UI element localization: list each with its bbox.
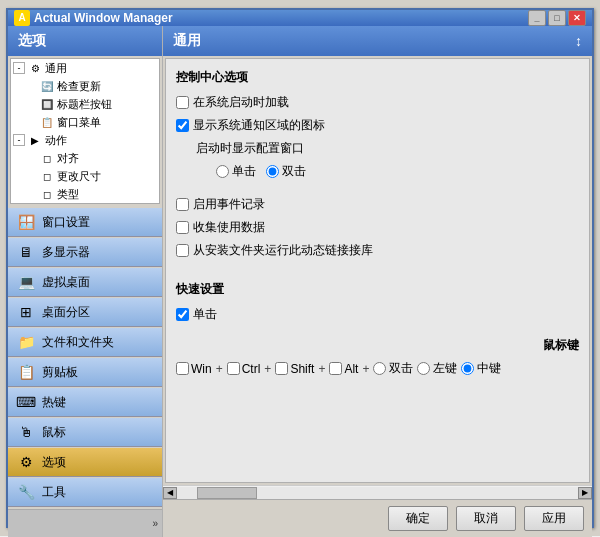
minimize-button[interactable]: _ [528, 10, 546, 26]
nav-item-mouse[interactable]: 🖱 鼠标 [8, 418, 162, 447]
files-folders-icon: 📁 [16, 332, 36, 352]
show-tray-icon-checkbox[interactable] [176, 119, 189, 132]
nav-item-clipboard[interactable]: 📋 剪贴板 [8, 358, 162, 387]
win-label: Win [191, 362, 212, 376]
plus-sep-4: + [362, 362, 369, 376]
startup-load-checkbox[interactable] [176, 96, 189, 109]
window-settings-icon: 🪟 [16, 212, 36, 232]
tree-item-titlebar[interactable]: 🔲 标题栏按钮 [11, 95, 159, 113]
sidebar-nav: 🪟 窗口设置 🖥 多显示器 💻 虚拟桌面 ⊞ 桌面分区 [8, 206, 162, 509]
tree-expand-general[interactable]: - [13, 62, 25, 74]
sidebar-bottom: » [8, 509, 162, 537]
enable-events-checkbox[interactable] [176, 198, 189, 211]
scroll-track[interactable] [177, 487, 578, 499]
quick-single-click-checkbox[interactable] [176, 308, 189, 321]
tree-item-align[interactable]: ◻ 对齐 [11, 149, 159, 167]
tree-item-general[interactable]: - ⚙ 通用 [11, 59, 159, 77]
startup-load-label[interactable]: 在系统启动时加载 [193, 94, 289, 111]
ctrl-hotkey-checkbox[interactable] [227, 362, 240, 375]
ctrl-label: Ctrl [242, 362, 261, 376]
main-header: 通用 ↕ [163, 26, 592, 56]
shift-hotkey-checkbox[interactable] [275, 362, 288, 375]
double-click-radio[interactable] [266, 165, 279, 178]
nav-item-hotkeys[interactable]: ⌨ 热键 [8, 388, 162, 417]
alt-hotkey-checkbox[interactable] [329, 362, 342, 375]
left-btn-item: 左键 [417, 360, 457, 377]
section-title: 控制中心选项 [176, 69, 579, 86]
options-icon: ⚙ [16, 452, 36, 472]
left-btn-radio[interactable] [417, 362, 430, 375]
close-button[interactable]: ✕ [568, 10, 586, 26]
quick-settings-title: 快速设置 [176, 281, 579, 298]
scroll-right-btn[interactable]: ▶ [578, 487, 592, 499]
nav-item-options[interactable]: ⚙ 选项 [8, 448, 162, 477]
plus-sep-3: + [318, 362, 325, 376]
enable-events-row: 启用事件记录 [176, 196, 579, 213]
win-hotkey-checkbox[interactable] [176, 362, 189, 375]
run-from-install-checkbox[interactable] [176, 244, 189, 257]
tree-item-actions[interactable]: - ▶ 动作 [11, 131, 159, 149]
nav-item-virtual-desktop[interactable]: 💻 虚拟桌面 [8, 268, 162, 297]
mouse-keys-section: 鼠标键 Win + Ctrl + [176, 337, 579, 377]
tree-item-winmenu[interactable]: 📋 窗口菜单 [11, 113, 159, 131]
horizontal-scrollbar[interactable]: ◀ ▶ [163, 485, 592, 499]
tree-item-resize[interactable]: ◻ 更改尺寸 [11, 167, 159, 185]
expand-button[interactable]: » [152, 518, 158, 529]
collect-data-checkbox[interactable] [176, 221, 189, 234]
cancel-button[interactable]: 取消 [456, 506, 516, 531]
quick-single-click-label[interactable]: 单击 [193, 306, 217, 323]
alt-hotkey-item: Alt [329, 362, 358, 376]
virtual-desktop-icon: 💻 [16, 272, 36, 292]
tree-area[interactable]: - ⚙ 通用 🔄 检查更新 🔲 标题栏按钮 [10, 58, 160, 204]
startup-show-label: 启动时显示配置窗口 [196, 140, 304, 157]
maximize-button[interactable]: □ [548, 10, 566, 26]
clipboard-icon: 📋 [16, 362, 36, 382]
general-icon: ⚙ [27, 60, 43, 76]
main-body: 控制中心选项 在系统启动时加载 显示系统通知区域的图标 启动时显示配置窗口 [165, 58, 590, 483]
single-click-radio-item: 单击 [216, 163, 256, 180]
window-controls: _ □ ✕ [528, 10, 586, 26]
actions-icon: ▶ [27, 132, 43, 148]
titlebar-icon: 🔲 [39, 96, 55, 112]
apply-button[interactable]: 应用 [524, 506, 584, 531]
nav-item-window-settings[interactable]: 🪟 窗口设置 [8, 208, 162, 237]
main-title: 通用 [173, 32, 201, 50]
double-click-mouse-label: 双击 [389, 360, 413, 377]
type-icon: ◻ [39, 186, 55, 202]
single-click-label[interactable]: 单击 [232, 163, 256, 180]
tree-item-type[interactable]: ◻ 类型 [11, 185, 159, 203]
update-icon: 🔄 [39, 78, 55, 94]
enable-events-label[interactable]: 启用事件记录 [193, 196, 265, 213]
scroll-thumb[interactable] [197, 487, 257, 499]
startup-show-row: 启动时显示配置窗口 [196, 140, 579, 157]
hotkeys-icon: ⌨ [16, 392, 36, 412]
nav-item-multi-monitor[interactable]: 🖥 多显示器 [8, 238, 162, 267]
show-tray-icon-label[interactable]: 显示系统通知区域的图标 [193, 117, 325, 134]
tree-item-update[interactable]: 🔄 检查更新 [11, 77, 159, 95]
window-title: Actual Window Manager [34, 11, 528, 25]
click-radio-group: 单击 双击 [216, 163, 579, 180]
middle-btn-label: 中键 [477, 360, 501, 377]
collect-data-label[interactable]: 收集使用数据 [193, 219, 265, 236]
middle-btn-radio[interactable] [461, 362, 474, 375]
run-from-install-label[interactable]: 从安装文件夹运行此动态链接接库 [193, 242, 373, 259]
tree-expand-actions[interactable]: - [13, 134, 25, 146]
alt-label: Alt [344, 362, 358, 376]
double-click-mouse-radio[interactable] [373, 362, 386, 375]
scroll-left-btn[interactable]: ◀ [163, 487, 177, 499]
main-content: 通用 ↕ 控制中心选项 在系统启动时加载 显示系统通知区域的图标 [163, 26, 592, 537]
nav-item-tools[interactable]: 🔧 工具 [8, 478, 162, 507]
shift-label: Shift [290, 362, 314, 376]
single-click-radio[interactable] [216, 165, 229, 178]
double-click-label[interactable]: 双击 [282, 163, 306, 180]
left-btn-label: 左键 [433, 360, 457, 377]
mouse-keys-label: 鼠标键 [543, 337, 579, 354]
shift-hotkey-item: Shift [275, 362, 314, 376]
nav-item-desktop-partition[interactable]: ⊞ 桌面分区 [8, 298, 162, 327]
nav-item-files-folders[interactable]: 📁 文件和文件夹 [8, 328, 162, 357]
collect-data-row: 收集使用数据 [176, 219, 579, 236]
double-click-mouse-item: 双击 [373, 360, 413, 377]
mouse-icon: 🖱 [16, 422, 36, 442]
ok-button[interactable]: 确定 [388, 506, 448, 531]
multi-monitor-icon: 🖥 [16, 242, 36, 262]
